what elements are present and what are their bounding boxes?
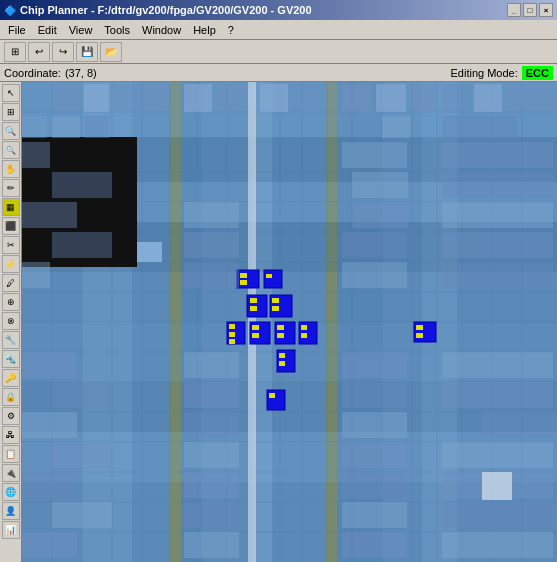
tool-pan[interactable]: ✋ xyxy=(2,160,20,178)
svg-rect-79 xyxy=(301,333,307,338)
svg-rect-134 xyxy=(184,412,239,438)
toolbar-btn-4[interactable]: 💾 xyxy=(76,42,98,62)
tool-unlock[interactable]: 🔒 xyxy=(2,388,20,406)
title-bar: 🔷 Chip Planner - F:/dtrd/gv200/fpga/GV20… xyxy=(0,0,557,20)
tool-plugin[interactable]: 🔌 xyxy=(2,464,20,482)
svg-rect-141 xyxy=(22,472,77,498)
tool-settings[interactable]: ⚙ xyxy=(2,407,20,425)
tool-list[interactable]: 📋 xyxy=(2,445,20,463)
svg-rect-89 xyxy=(84,84,109,112)
svg-rect-90 xyxy=(113,84,138,112)
tool-pen[interactable]: 🖊 xyxy=(2,274,20,292)
svg-rect-101 xyxy=(505,84,553,112)
svg-rect-65 xyxy=(272,298,279,303)
svg-rect-85 xyxy=(279,361,285,366)
menu-file[interactable]: File xyxy=(2,22,32,38)
svg-rect-106 xyxy=(442,116,517,138)
menu-help[interactable]: Help xyxy=(187,22,222,38)
svg-rect-129 xyxy=(52,382,112,408)
svg-rect-143 xyxy=(342,472,407,498)
svg-rect-66 xyxy=(272,306,279,311)
toolbar-btn-2[interactable]: ↩ xyxy=(28,42,50,62)
tool-shape[interactable]: ▦ xyxy=(2,198,20,216)
toolbar-btn-1[interactable]: ⊞ xyxy=(4,42,26,62)
tool-add[interactable]: ⊕ xyxy=(2,293,20,311)
svg-rect-119 xyxy=(342,232,407,258)
svg-rect-110 xyxy=(52,172,112,198)
svg-rect-57 xyxy=(240,273,247,278)
window-controls: _ □ × xyxy=(507,3,553,17)
menu-view[interactable]: View xyxy=(63,22,99,38)
svg-rect-128 xyxy=(442,352,553,378)
svg-rect-69 xyxy=(229,332,235,337)
tool-lock[interactable]: 🔑 xyxy=(2,369,20,387)
tool-draw[interactable]: ✏ xyxy=(2,179,20,197)
tool-remove[interactable]: ⊗ xyxy=(2,312,20,330)
minimize-button[interactable]: _ xyxy=(507,3,521,17)
svg-rect-105 xyxy=(382,116,410,138)
svg-rect-109 xyxy=(442,142,553,168)
menu-bar: File Edit View Tools Window Help ? xyxy=(0,20,557,40)
svg-rect-60 xyxy=(266,274,272,278)
svg-rect-152 xyxy=(442,532,553,558)
coordinate-value: (37, 8) xyxy=(65,67,97,79)
svg-rect-140 xyxy=(442,442,553,468)
svg-rect-54 xyxy=(137,242,162,262)
svg-rect-97 xyxy=(376,84,406,112)
tool-pointer[interactable]: ↖ xyxy=(2,84,20,102)
svg-rect-150 xyxy=(184,532,239,558)
svg-rect-126 xyxy=(184,352,239,378)
svg-rect-99 xyxy=(442,84,470,112)
svg-rect-63 xyxy=(250,306,257,311)
tool-zoom-in[interactable]: 🔍 xyxy=(2,122,20,140)
toolbar-btn-5[interactable]: 📂 xyxy=(100,42,122,62)
svg-rect-132 xyxy=(442,382,553,408)
svg-rect-113 xyxy=(22,202,77,228)
tool-config[interactable]: 🔧 xyxy=(2,331,20,349)
window-title: Chip Planner - F:/dtrd/gv200/fpga/GV200/… xyxy=(20,4,312,16)
tool-wire[interactable]: ⚡ xyxy=(2,255,20,273)
tool-connect[interactable]: 🔩 xyxy=(2,350,20,368)
tool-network[interactable]: 🖧 xyxy=(2,426,20,444)
close-button[interactable]: × xyxy=(539,3,553,17)
tool-cut[interactable]: ✂ xyxy=(2,236,20,254)
svg-rect-58 xyxy=(240,280,247,285)
svg-rect-92 xyxy=(184,84,212,112)
svg-rect-107 xyxy=(22,142,50,168)
menu-window[interactable]: Window xyxy=(136,22,187,38)
tool-zoom-out[interactable]: 🔍 xyxy=(2,141,20,159)
toolbar-btn-3[interactable]: ↪ xyxy=(52,42,74,62)
menu-edit[interactable]: Edit xyxy=(32,22,63,38)
svg-rect-133 xyxy=(22,412,77,438)
tool-global[interactable]: 🌐 xyxy=(2,483,20,501)
svg-rect-125 xyxy=(22,352,77,378)
svg-rect-91 xyxy=(142,84,167,112)
svg-rect-122 xyxy=(184,262,239,288)
svg-rect-72 xyxy=(252,325,259,330)
svg-rect-131 xyxy=(342,382,407,408)
svg-rect-103 xyxy=(84,116,109,138)
svg-rect-102 xyxy=(52,116,80,138)
svg-rect-118 xyxy=(184,232,239,258)
tool-user[interactable]: 👤 xyxy=(2,502,20,520)
menu-question[interactable]: ? xyxy=(222,22,240,38)
tool-fill[interactable]: ⬛ xyxy=(2,217,20,235)
tool-chart[interactable]: 📊 xyxy=(2,521,20,539)
maximize-button[interactable]: □ xyxy=(523,3,537,17)
coordinate-label: Coordinate: xyxy=(4,67,61,79)
svg-rect-149 xyxy=(22,532,77,558)
svg-rect-151 xyxy=(342,532,407,558)
main-area: ↖ ⊞ 🔍 🔍 ✋ ✏ ▦ ⬛ ✂ ⚡ 🖊 ⊕ ⊗ 🔧 🔩 🔑 🔒 ⚙ 🖧 📋 … xyxy=(0,82,557,562)
svg-rect-135 xyxy=(342,412,407,438)
svg-rect-116 xyxy=(442,202,553,228)
tool-select[interactable]: ⊞ xyxy=(2,103,20,121)
svg-rect-87 xyxy=(269,393,275,398)
menu-tools[interactable]: Tools xyxy=(98,22,136,38)
svg-rect-112 xyxy=(442,172,553,198)
svg-rect-56 xyxy=(237,270,259,288)
svg-rect-78 xyxy=(301,325,307,330)
svg-rect-76 xyxy=(277,333,284,338)
status-bar: Coordinate: (37, 8) Editing Mode: ECC xyxy=(0,64,557,82)
canvas-area[interactable] xyxy=(22,82,557,562)
toolbar: ⊞ ↩ ↪ 💾 📂 xyxy=(0,40,557,64)
